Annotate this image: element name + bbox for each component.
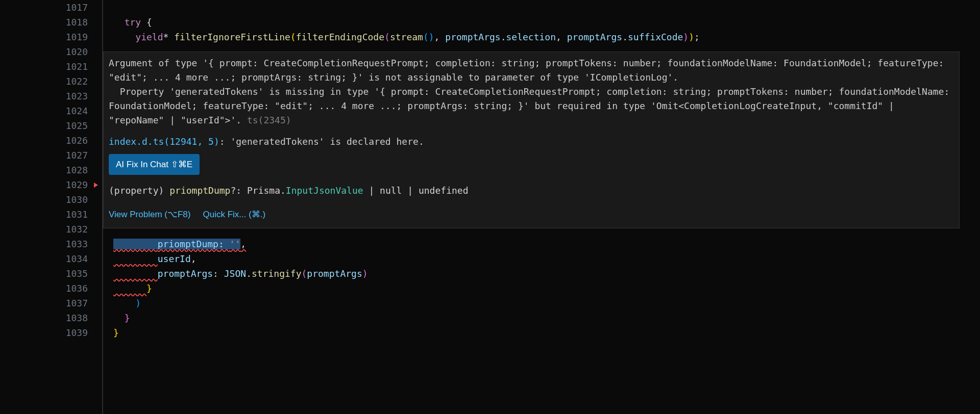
error-message: Argument of type '{ prompt: CreateComple… [109, 56, 954, 127]
code-line[interactable]: priomptDump: '', [113, 237, 980, 251]
code-content-area[interactable]: try { yield* filterIgnoreFirstLine(filte… [102, 0, 980, 414]
line-number: 1033 [0, 237, 88, 251]
code-line[interactable]: yield* filterIgnoreFirstLine(filterEndin… [113, 30, 980, 44]
code-line[interactable]: try { [113, 15, 980, 30]
code-line[interactable]: } [113, 281, 980, 296]
line-number: 1025 [0, 118, 88, 133]
line-number: 1029 [0, 177, 88, 192]
hover-actions: View Problem (⌥F8) Quick Fix... (⌘.) [109, 207, 954, 224]
view-problem-link[interactable]: View Problem (⌥F8) [109, 207, 190, 222]
line-number: 1039 [0, 325, 88, 340]
line-number: 1024 [0, 104, 88, 118]
line-number: 1017 [0, 0, 88, 15]
property: priomptDump [158, 239, 218, 249]
line-number: 1036 [0, 281, 88, 296]
line-number: 1028 [0, 163, 88, 177]
code-line[interactable] [113, 0, 980, 15]
quick-fix-link[interactable]: Quick Fix... (⌘.) [203, 207, 265, 222]
ts-error-code: ts(2345) [247, 115, 291, 125]
keyword-try: try [125, 17, 141, 28]
property: promptArgs [158, 268, 213, 279]
code-editor: 1017101810191020102110221023102410251026… [0, 0, 980, 414]
line-number: 1020 [0, 44, 88, 59]
line-number: 1021 [0, 59, 88, 74]
function-call: filterEndingCode [296, 32, 384, 42]
line-number: 1018 [0, 15, 88, 30]
code-line[interactable]: userId, [113, 251, 980, 266]
code-line[interactable]: } [113, 310, 980, 325]
line-number: 1026 [0, 133, 88, 148]
line-number: 1032 [0, 222, 88, 237]
line-number: 1034 [0, 251, 88, 266]
line-number: 1023 [0, 89, 88, 104]
line-number: 1027 [0, 148, 88, 163]
line-number-gutter: 1017101810191020102110221023102410251026… [0, 0, 102, 414]
declaration-info: index.d.ts(12941, 5): 'generatedTokens' … [109, 135, 954, 149]
identifier: userId [158, 253, 191, 264]
line-number: 1031 [0, 207, 88, 222]
line-number: 1035 [0, 266, 88, 281]
code-line[interactable]: promptArgs: JSON.stringify(promptArgs) [113, 266, 980, 281]
line-number: 1037 [0, 296, 88, 310]
code-line[interactable]: ) [113, 296, 980, 310]
ai-fix-button[interactable]: AI Fix In Chat ⇧⌘E [109, 154, 200, 175]
line-number: 1019 [0, 30, 88, 44]
line-number: 1022 [0, 74, 88, 89]
line-number: 1038 [0, 310, 88, 325]
error-hover-popup: Argument of type '{ prompt: CreateComple… [103, 51, 960, 228]
breakpoint-indicator-icon[interactable] [94, 183, 98, 188]
function-call: stream [390, 32, 423, 42]
code-line[interactable]: } [113, 325, 980, 340]
keyword-yield: yield [135, 32, 163, 42]
hover-signature: (property) priomptDump?: Prisma.InputJso… [109, 183, 954, 198]
line-number: 1030 [0, 192, 88, 207]
function-call: filterIgnoreFirstLine [174, 32, 290, 42]
source-link[interactable]: index.d.ts(12941, 5) [109, 136, 219, 147]
